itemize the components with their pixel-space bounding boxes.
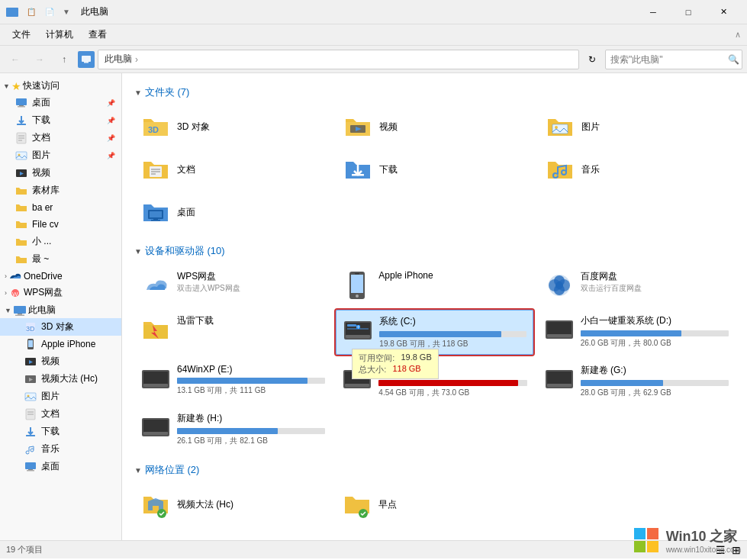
device-thunder[interactable]: 迅雷下载: [134, 310, 331, 355]
device-wps[interactable]: WPS网盘 双击进入WPS网盘: [134, 266, 331, 305]
sidebar-item-videos[interactable]: 视频: [0, 164, 121, 182]
folder-video-icon: [343, 111, 373, 142]
network-videomethod[interactable]: 视频大法 (Hc): [134, 484, 331, 524]
folder-icon-4: [15, 236, 27, 248]
up-button[interactable]: ↑: [53, 50, 75, 69]
svg-rect-16: [14, 306, 26, 314]
folder-icon-5: [15, 253, 27, 266]
wps-label: WPS网盘: [24, 286, 63, 299]
folder-documents-icon: [140, 154, 171, 185]
menu-file[interactable]: 文件: [6, 26, 37, 43]
menu-expand-btn[interactable]: ∧: [735, 30, 741, 40]
sidebar-item-music[interactable]: 音乐: [0, 440, 121, 458]
sidebar-item-pictures[interactable]: 图片 📌: [0, 146, 121, 164]
network-grid: 视频大法 (Hc) 早点: [134, 484, 735, 524]
network-vm-name: 视频大法 (Hc): [177, 498, 233, 511]
thispc-arrow: ▼: [5, 307, 11, 314]
sidebar-item-downloads[interactable]: 下载 📌: [0, 111, 121, 129]
thunder-icon: [140, 314, 171, 345]
sidebar-item-last[interactable]: 最 ~: [0, 250, 121, 268]
menu-view[interactable]: 查看: [82, 26, 113, 43]
path-this-pc[interactable]: 此电脑: [105, 53, 132, 66]
sidebar-item-sucaikku[interactable]: 素材库: [0, 182, 121, 199]
folder-video-name: 视频: [379, 121, 398, 134]
folder-item-documents[interactable]: 文档: [134, 150, 330, 189]
svg-rect-2: [16, 98, 27, 105]
svg-rect-85: [634, 528, 646, 539]
svg-rect-87: [634, 541, 646, 552]
drive-e[interactable]: 64WinXP (E:) 13.1 GB 可用，共 111 GB: [134, 359, 331, 403]
toolbar-prop-btn[interactable]: 📋: [23, 4, 40, 21]
videos-icon: [15, 167, 27, 179]
folder-item-desktop[interactable]: 桌面: [134, 192, 330, 232]
sidebar-section-quickaccess[interactable]: ▼ ★ 快速访问: [0, 76, 121, 94]
svg-text:W: W: [12, 291, 18, 298]
baidu-cloud-icon: [544, 270, 575, 301]
thispc-icon: [13, 305, 27, 316]
sidebar-documents2-label: 文档: [41, 407, 60, 420]
videomethod-icon: [24, 373, 37, 385]
forward-button[interactable]: →: [29, 50, 50, 69]
svg-rect-51: [351, 275, 363, 293]
folder-item-3d[interactable]: 3D 3D 对象: [134, 107, 330, 146]
title-text: 此电脑: [81, 5, 108, 18]
sidebar-item-videos2[interactable]: 视频: [0, 352, 121, 370]
drive-d-bar: [581, 330, 681, 336]
svg-rect-88: [647, 541, 658, 552]
refresh-button[interactable]: ↻: [582, 50, 602, 69]
sidebar-item-3dobjects[interactable]: 3D 3D 对象: [0, 318, 121, 336]
drive-e-bar-container: [177, 378, 325, 384]
sidebar-section-thispc[interactable]: ▼ 此电脑: [0, 301, 121, 318]
sidebar-pictures2-label: 图片: [41, 390, 60, 403]
network-section-header[interactable]: ▼ 网络位置 (2): [134, 463, 735, 477]
search-input[interactable]: [610, 54, 725, 65]
pictures-icon: [15, 150, 27, 162]
sidebar-videos2-label: 视频: [41, 355, 60, 368]
folders-grid: 3D 3D 对象 视频: [134, 107, 735, 232]
wps-cloud-icon: [140, 270, 171, 301]
drive-h[interactable]: 新建卷 (H:) 26.1 GB 可用，共 82.1 GB: [134, 407, 331, 451]
back-button[interactable]: ←: [5, 50, 26, 69]
network-zaodian[interactable]: 早点: [336, 484, 533, 524]
sidebar-item-small[interactable]: 小 ...: [0, 233, 121, 250]
sidebar-item-videomethod[interactable]: 视频大法 (Hc): [0, 370, 121, 388]
sidebar-item-downloads2[interactable]: 下载: [0, 423, 121, 440]
drive-g[interactable]: 新建卷 (G:) 28.0 GB 可用，共 62.9 GB: [538, 359, 735, 403]
minimize-button[interactable]: ─: [636, 0, 671, 24]
folders-section-header[interactable]: ▼ 文件夹 (7): [134, 85, 735, 99]
sidebar-item-desktop2[interactable]: 桌面: [0, 458, 121, 475]
sidebar-item-desktop[interactable]: 桌面 📌: [0, 94, 121, 111]
menu-bar: 文件 计算机 查看 ∧: [0, 24, 747, 46]
title-toolbar-arrow[interactable]: ▼: [63, 8, 70, 16]
folder-item-music[interactable]: 音乐: [539, 150, 735, 189]
sidebar-item-documents2[interactable]: 文档: [0, 405, 121, 423]
address-path[interactable]: 此电脑 ›: [98, 50, 579, 69]
sidebar-item-filecv[interactable]: File cv: [0, 216, 121, 233]
device-iphone[interactable]: Apple iPhone: [336, 266, 533, 305]
folder-item-downloads[interactable]: 下载: [336, 150, 533, 189]
drive-c[interactable]: 系统 (C:) 19.8 GB 可用，共 118 GB 可用空间: 19.8 G…: [336, 310, 533, 355]
iphone-device-icon: [342, 270, 372, 301]
sidebar-item-baer[interactable]: ba er: [0, 199, 121, 216]
svg-rect-4: [18, 106, 25, 108]
drive-d-icon: [544, 314, 575, 345]
sidebar-small-label: 小 ...: [32, 235, 51, 248]
drive-d[interactable]: 小白一键重装系统 (D:) 26.0 GB 可用，共 80.0 GB: [538, 310, 735, 355]
device-baidu[interactable]: 百度网盘 双击运行百度网盘: [538, 266, 735, 305]
sidebar-item-documents[interactable]: 文档 📌: [0, 129, 121, 146]
svg-rect-70: [547, 334, 572, 337]
close-button[interactable]: ✕: [706, 0, 741, 24]
svg-rect-18: [15, 314, 24, 316]
folder-icon-1: [15, 185, 27, 197]
toolbar-new-btn[interactable]: 📄: [41, 4, 58, 21]
search-box[interactable]: 🔍: [605, 50, 742, 69]
sidebar-item-pictures2[interactable]: 图片: [0, 388, 121, 405]
sidebar-item-iphone[interactable]: Apple iPhone: [0, 336, 121, 352]
maximize-button[interactable]: □: [671, 0, 706, 24]
sidebar-section-onedrive[interactable]: › OneDrive: [0, 268, 121, 283]
menu-computer[interactable]: 计算机: [40, 26, 79, 43]
devices-section-header[interactable]: ▼ 设备和驱动器 (10): [134, 244, 735, 258]
sidebar-section-wps[interactable]: › W WPS网盘: [0, 283, 121, 301]
folder-item-pictures[interactable]: 图片: [539, 107, 735, 146]
folder-item-video[interactable]: 视频: [336, 107, 533, 146]
